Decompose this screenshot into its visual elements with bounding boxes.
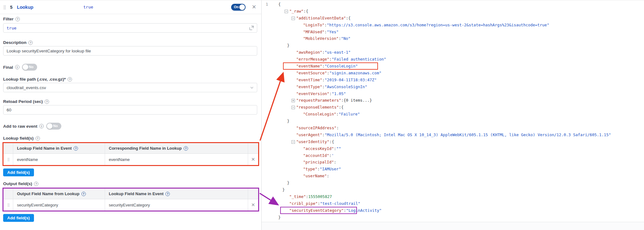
output-field-event-input[interactable]: securityEventCategory [105,199,248,211]
json-line: "eventType":"AwsConsoleSignIn" [262,83,644,90]
lookup-file-path-label: Lookup file path (.csv, .csv.gz)* [3,77,66,82]
add-to-raw-toggle[interactable]: No [46,123,61,130]
add-to-raw-help-icon[interactable]: ? [39,124,44,128]
add-lookup-field-button[interactable]: Add field(s) [3,168,34,176]
table-row: ⣿ eventName eventName ✕ [3,154,258,165]
output-field-lookup-input[interactable]: securityEventCategory [13,199,105,211]
lookup-field-event-input[interactable]: eventName [13,154,105,165]
json-line: } [262,179,644,186]
json-line: "errorMessage":"Failed authentication" [262,56,644,63]
json-line: −"additionalEventData":{ [262,15,644,22]
column-help-icon[interactable]: ? [165,192,170,196]
reload-period-input[interactable]: 60 [3,105,257,115]
json-line: +"requestParameters":{0 items...} [262,97,644,104]
final-toggle[interactable]: No [22,64,37,71]
description-help-icon[interactable]: ? [28,40,33,45]
function-drag-handle-icon[interactable]: ⣿ [3,6,8,8]
collapse-node-icon[interactable]: − [291,17,295,20]
event-preview-panel: 1{−"_raw":{−"additionalEventData":{"Logi… [262,0,644,230]
column-help-icon[interactable]: ? [184,146,188,151]
json-line: "MFAUsed":"Yes" [262,29,644,35]
filter-help-icon[interactable]: ? [15,17,20,21]
drag-column-header [3,189,13,199]
function-index: 5 [10,5,13,10]
lookup-fields-help-icon[interactable]: ? [36,136,40,141]
json-line: "_time":1555005827 [262,193,644,200]
collapse-node-icon[interactable]: − [291,106,295,109]
json-line: −"userIdentity":{ [262,138,644,145]
remove-row-icon[interactable]: ✕ [248,199,258,211]
lookup-field-lookup-input[interactable]: eventName [105,154,248,165]
json-line: "principalId": [262,159,644,166]
toggle-no-label: No [29,65,34,69]
remove-column-header [248,189,258,199]
json-viewer[interactable]: 1{−"_raw":{−"additionalEventData":{"Logi… [262,0,644,222]
toggle-knob [23,64,28,70]
toggle-on-label: On [234,5,239,9]
reload-period-value: 60 [7,108,11,112]
description-label: Description [3,40,26,45]
json-line: "LoginTo":"https://s3.console.aws.amazon… [262,22,644,29]
function-title-link[interactable]: Lookup [17,5,33,10]
toggle-knob [239,4,245,10]
column-header: Lookup Field Name in Event ? [105,189,248,199]
reload-period-label: Reload Period (sec) [3,99,43,104]
toggle-no-label: No [53,124,58,128]
collapse-node-icon[interactable]: − [291,140,295,144]
json-line: "cribl_pipe":"test-cloudtrail" [262,200,644,207]
expand-node-icon[interactable]: + [291,99,295,102]
json-line: } [262,118,644,125]
table-row: ⣿ securityEventCategory securityEventCat… [3,199,258,211]
reload-period-help-icon[interactable]: ? [45,99,49,104]
description-value: Lookup securityEventCategory for lookup … [7,49,91,53]
json-line: "MobileVersion":"No" [262,35,644,42]
json-line: "awsRegion":"us-east-1" [262,49,644,56]
lookup-fields-table: Lookup Field Name in Event ? Correspondi… [3,142,259,166]
json-line: "accountId":' [262,152,644,159]
function-config-panel: ⣿ 5 Lookup true On ✕ Filter ? true Descr… [0,0,262,230]
json-line: } [262,42,644,49]
add-to-raw-label: Add to raw event [3,124,37,129]
json-line: "eventTime":"2019-04-11T18:03:47Z" [262,77,644,83]
filter-label: Filter [3,17,14,21]
lookup-file-value: cloudtrail_events.csv [7,85,46,90]
column-header: Lookup Field Name in Event ? [13,143,105,153]
function-filter-preview: true [83,5,93,9]
filter-value: true [7,26,16,30]
json-line: "accessKeyId":"" [262,145,644,152]
json-footer [262,222,644,230]
lookup-file-path-help-icon[interactable]: ? [68,77,72,82]
json-line: "userAgent":"Mozilla/5.0 (Macintosh; Int… [262,131,644,138]
collapse-node-icon[interactable]: − [285,10,288,13]
json-line: "type":"IAMUser" [262,166,644,173]
row-drag-handle-icon[interactable]: ⣿ [7,158,9,161]
column-help-icon[interactable]: ? [74,146,78,151]
output-fields-table: Output Field Name from Lookup ? Lookup F… [3,188,259,211]
column-help-icon[interactable]: ? [81,192,86,196]
json-line: "eventSource":"signin.amazonaws.com" [262,70,644,77]
toggle-knob [47,123,53,129]
drag-column-header [3,143,13,153]
lookup-file-select[interactable]: cloudtrail_events.csv [3,83,257,92]
lookup-fields-label: Lookup field(s) [3,136,34,141]
final-help-icon[interactable]: ? [15,65,19,69]
json-line: 1{ [262,1,644,8]
remove-row-icon[interactable]: ✕ [248,154,258,165]
json-line: "securityEventCategory":"LoginActivity" [262,207,644,214]
table-header-row: Lookup Field Name in Event ? Correspondi… [3,143,258,154]
description-input[interactable]: Lookup securityEventCategory for lookup … [3,46,257,56]
json-line: } [262,186,644,193]
row-drag-handle-icon[interactable]: ⣿ [7,204,9,206]
remove-column-header [248,143,258,153]
close-icon[interactable]: ✕ [252,4,256,10]
json-line: "ConsoleLogin":"Failure" [262,111,644,118]
filter-input[interactable]: true [3,23,257,33]
function-enabled-toggle[interactable]: On [231,4,246,11]
json-line: } [262,214,644,221]
json-line: "sourceIPAddress": [262,125,644,131]
expand-editor-icon[interactable] [249,25,254,30]
function-header: ⣿ 5 Lookup true On ✕ [0,0,261,14]
output-fields-help-icon[interactable]: ? [34,182,38,186]
json-line: −"responseElements":{ [262,104,644,111]
add-output-field-button[interactable]: Add field(s) [3,214,34,222]
